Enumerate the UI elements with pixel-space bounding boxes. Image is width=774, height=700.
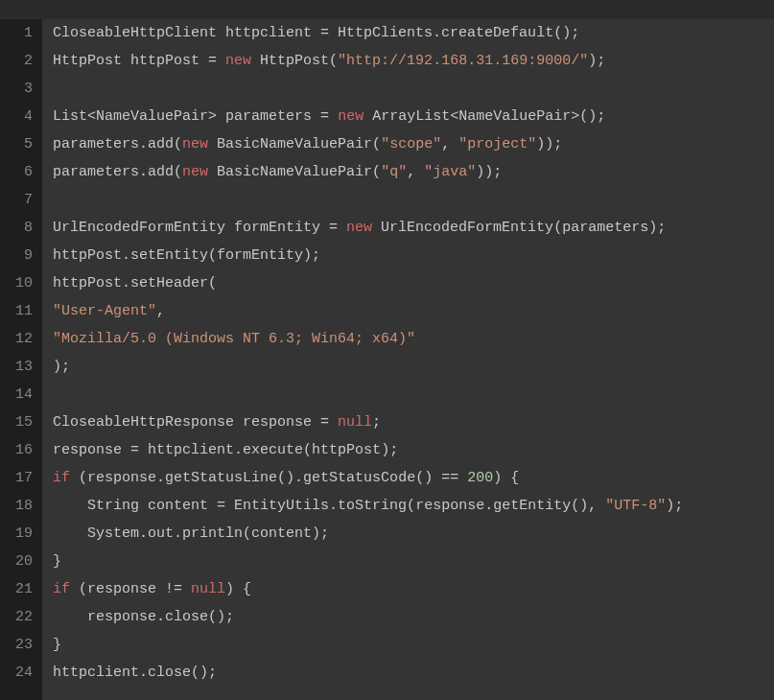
line-number: 16 <box>6 436 33 464</box>
code-token: httpPost <box>53 247 122 264</box>
code-token: ); <box>381 442 398 458</box>
code-token: = <box>320 25 329 41</box>
code-line[interactable]: List<NameValuePair> parameters = new Arr… <box>53 103 774 130</box>
code-token: , <box>441 136 458 152</box>
code-line[interactable]: } <box>53 548 774 575</box>
code-line[interactable]: if (response != null) { <box>53 575 774 603</box>
code-token <box>217 53 225 69</box>
code-token: httpPost <box>312 442 381 458</box>
code-line[interactable]: UrlEncodedFormEntity formEntity = new Ur… <box>53 214 774 242</box>
code-editor[interactable]: 123456789101112131415161718192021222324 … <box>0 0 774 700</box>
code-token: out <box>148 525 174 542</box>
code-token: < <box>450 108 458 125</box>
code-token: = <box>130 442 139 458</box>
code-token: null <box>338 414 372 431</box>
code-token: if <box>53 581 70 597</box>
code-line[interactable]: httpclient.close(); <box>53 659 774 687</box>
code-token: = <box>329 220 338 236</box>
code-token: . <box>156 609 165 625</box>
code-token: () <box>415 470 441 486</box>
line-number: 10 <box>6 269 33 297</box>
code-token: )); <box>476 164 502 180</box>
code-line[interactable] <box>53 75 774 103</box>
code-line[interactable] <box>53 186 774 214</box>
code-token <box>182 581 191 597</box>
code-token: toString <box>338 498 407 514</box>
code-token: HttpPost httpPost <box>53 53 208 69</box>
code-line[interactable]: if (response.getStatusLine().getStatusCo… <box>53 464 774 492</box>
code-line[interactable]: response = httpclient.execute(httpPost); <box>53 436 774 464</box>
code-token: >(); <box>571 108 605 125</box>
code-token: == <box>441 470 458 486</box>
code-token: getEntity <box>493 498 571 514</box>
code-token: ); <box>666 498 683 514</box>
code-token: ( <box>243 525 251 542</box>
code-token: response <box>87 470 156 486</box>
code-token: ( <box>372 164 381 180</box>
code-token: . <box>234 442 243 458</box>
code-token <box>329 414 338 431</box>
code-line[interactable]: CloseableHttpResponse response = null; <box>53 408 774 436</box>
code-token: EntityUtils <box>225 498 329 514</box>
code-token: . <box>122 275 130 292</box>
code-token: } <box>53 637 61 653</box>
line-number: 1 <box>6 19 33 47</box>
code-token: httpclient <box>139 442 234 458</box>
code-line[interactable]: } <box>53 631 774 659</box>
line-number: 6 <box>6 158 33 186</box>
line-number: 9 <box>6 242 33 269</box>
code-token: setEntity <box>130 247 208 264</box>
line-number: 11 <box>6 297 33 325</box>
code-token: ); <box>303 247 320 264</box>
code-token: . <box>484 498 493 514</box>
line-number: 2 <box>6 47 33 75</box>
code-token: ( <box>208 275 217 292</box>
code-token: (); <box>553 25 579 41</box>
code-line[interactable]: "Mozilla/5.0 (Windows NT 6.3; Win64; x64… <box>53 325 774 353</box>
code-token: . <box>139 665 148 681</box>
code-token: ( <box>372 136 381 152</box>
code-token: response <box>87 581 165 597</box>
line-number: 8 <box>6 214 33 242</box>
code-line[interactable]: httpPost.setHeader( <box>53 269 774 297</box>
code-line[interactable]: httpPost.setEntity(formEntity); <box>53 242 774 269</box>
code-token: ( <box>553 220 562 236</box>
line-number: 24 <box>6 659 33 687</box>
code-token: ); <box>53 359 70 375</box>
code-token: String content <box>53 498 217 514</box>
code-token: new <box>182 136 208 152</box>
code-token: null <box>191 581 225 597</box>
code-token <box>329 108 338 125</box>
code-line[interactable] <box>53 381 774 408</box>
code-token: ArrayList <box>364 108 450 125</box>
code-line[interactable]: parameters.add(new BasicNameValuePair("s… <box>53 130 774 158</box>
code-token: . <box>174 525 182 542</box>
code-token: ( <box>329 53 338 69</box>
line-number: 7 <box>6 186 33 214</box>
code-token: . <box>329 498 338 514</box>
code-token: "User-Agent" <box>53 303 156 319</box>
code-line[interactable]: CloseableHttpClient httpclient = HttpCli… <box>53 19 774 47</box>
code-token: "scope" <box>381 136 441 152</box>
line-number: 12 <box>6 325 33 353</box>
code-token: , <box>156 303 165 319</box>
code-token: NameValuePair <box>96 108 208 125</box>
code-line[interactable]: String content = EntityUtils.toString(re… <box>53 492 774 520</box>
code-token: List <box>53 108 87 125</box>
code-line[interactable]: ); <box>53 353 774 381</box>
code-token: . <box>433 25 441 41</box>
code-line[interactable]: response.close(); <box>53 603 774 631</box>
line-number: 5 <box>6 130 33 158</box>
code-line[interactable]: HttpPost httpPost = new HttpPost("http:/… <box>53 47 774 75</box>
code-area[interactable]: CloseableHttpClient httpclient = HttpCli… <box>43 19 774 700</box>
code-line[interactable]: System.out.println(content); <box>53 520 774 548</box>
code-line[interactable]: "User-Agent", <box>53 297 774 325</box>
code-token: parameters <box>53 136 139 152</box>
code-token: > <box>208 108 217 125</box>
code-line[interactable]: parameters.add(new BasicNameValuePair("q… <box>53 158 774 186</box>
code-token: ); <box>588 53 605 69</box>
code-token: response <box>53 609 156 625</box>
code-token: ) { <box>225 581 251 597</box>
line-number: 15 <box>6 408 33 436</box>
code-token: response <box>53 442 130 458</box>
